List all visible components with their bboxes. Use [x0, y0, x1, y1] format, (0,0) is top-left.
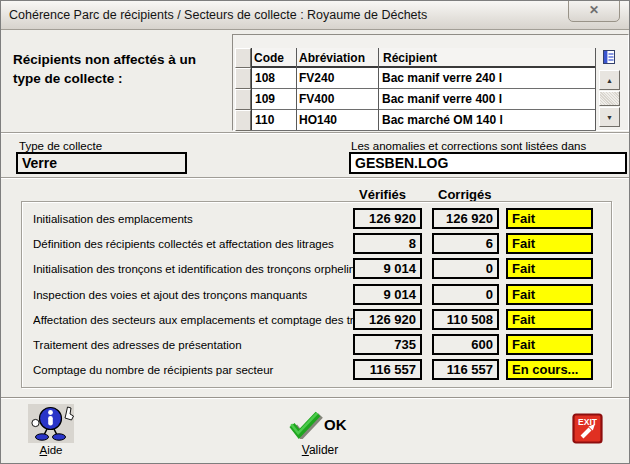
column-header-abreviation: Abréviation [299, 51, 365, 65]
arrow-down-icon: ▼ [606, 114, 613, 121]
task-label: Traitement des adresses de présentation [33, 339, 353, 351]
exit-button[interactable]: EXIT [572, 413, 603, 444]
row-selector[interactable] [235, 68, 251, 89]
verified-value: 9 014 [353, 258, 422, 279]
unassigned-recipients-label: Récipients non affectés à un type de col… [13, 51, 225, 89]
corrected-value: 600 [432, 334, 499, 355]
cell-recipient: Bac manif verre 400 l [382, 92, 592, 106]
corrected-value: 0 [432, 284, 499, 305]
ok-button[interactable]: OK Valider [284, 408, 364, 458]
validate-label: Valider [284, 443, 356, 457]
close-button[interactable]: ✕ [568, 0, 620, 22]
table-row[interactable]: 108 FV240 Bac manif verre 240 l [251, 68, 596, 89]
check-icon [284, 410, 324, 439]
cell-code: 108 [255, 71, 297, 85]
status-badge: Fait [506, 208, 593, 229]
task-label: Initialisation des tronçons et identific… [33, 263, 353, 275]
verified-value: 116 557 [353, 359, 422, 380]
cell-code: 110 [255, 113, 297, 127]
row-selector[interactable] [235, 89, 251, 110]
task-label: Comptage du nombre de récipients par sec… [33, 364, 353, 376]
cell-abreviation: FV240 [299, 71, 379, 85]
corrected-value: 126 920 [432, 208, 499, 229]
task-label: Inspection des voies et ajout des tronço… [33, 289, 353, 301]
verified-value: 126 920 [353, 208, 422, 229]
verified-value: 735 [353, 334, 422, 355]
cell-recipient: Bac manif verre 240 l [382, 71, 592, 85]
corrected-value: 6 [432, 233, 499, 254]
corrected-value: 0 [432, 258, 499, 279]
table-corner-cell [235, 48, 251, 68]
table-row[interactable]: 110 HO140 Bac marché OM 140 l [251, 110, 596, 131]
grid-line [378, 48, 379, 130]
verified-value: 126 920 [353, 309, 422, 330]
dialog-window: Cohérence Parc de récipients / Secteurs … [0, 0, 630, 464]
verified-value: 8 [353, 233, 422, 254]
ok-label: OK [324, 416, 347, 433]
type-collecte-field[interactable]: Verre [16, 152, 187, 174]
status-badge: Fait [506, 258, 593, 279]
status-badge: Fait [506, 309, 593, 330]
cell-abreviation: HO140 [299, 113, 379, 127]
task-label: Définition des récipients collectés et a… [33, 238, 353, 250]
svg-text:EXIT: EXIT [578, 417, 598, 427]
button-bar: Aide OK Valider EXIT [1, 397, 630, 464]
corrected-value: 110 508 [432, 309, 499, 330]
title-bar[interactable]: Cohérence Parc de récipients / Secteurs … [1, 1, 629, 30]
grid-line [296, 48, 297, 130]
recipients-table: Code Abréviation Récipient 108 FV240 Bac… [232, 34, 629, 131]
table-properties-icon[interactable] [601, 49, 617, 65]
table-header-row: Code Abréviation Récipient [251, 48, 596, 68]
task-label: Initialisation des emplacements [33, 213, 353, 225]
scroll-down-button[interactable]: ▼ [599, 107, 620, 127]
status-badge: Fait [506, 334, 593, 355]
arrow-up-icon: ▲ [606, 77, 613, 84]
help-button[interactable]: Aide [15, 404, 87, 456]
separator [1, 177, 630, 179]
scroll-up-button[interactable]: ▲ [599, 70, 620, 90]
status-badge: En cours... [506, 359, 593, 380]
cell-recipient: Bac marché OM 140 l [382, 113, 592, 127]
grid-line [595, 48, 596, 130]
cell-abreviation: FV400 [299, 92, 379, 106]
separator [1, 132, 630, 134]
help-label: Aide [15, 444, 87, 456]
verified-value: 9 014 [353, 284, 422, 305]
corrected-value: 116 557 [432, 359, 499, 380]
status-badge: Fait [506, 233, 593, 254]
log-label: Les anomalies et corrections sont listée… [351, 140, 586, 152]
grid-line [251, 48, 252, 130]
column-header-code: Code [254, 51, 284, 65]
type-collecte-label: Type de collecte [19, 140, 102, 152]
log-file-field[interactable]: GESBEN.LOG [349, 152, 627, 174]
column-header-recipient: Récipient [383, 51, 437, 65]
table-row[interactable]: 109 FV400 Bac manif verre 400 l [251, 89, 596, 110]
verified-header: Vérifiés [359, 187, 406, 202]
scrollbar-thumb[interactable] [599, 91, 620, 106]
help-icon [28, 404, 74, 443]
exit-icon: EXIT [572, 413, 603, 444]
close-icon: ✕ [589, 3, 599, 17]
window-title: Cohérence Parc de récipients / Secteurs … [9, 8, 427, 22]
status-badge: Fait [506, 284, 593, 305]
task-label: Affectation des secteurs aux emplacement… [33, 314, 353, 326]
row-selector[interactable] [235, 110, 251, 131]
corrected-header: Corrigés [438, 187, 491, 202]
cell-code: 109 [255, 92, 297, 106]
